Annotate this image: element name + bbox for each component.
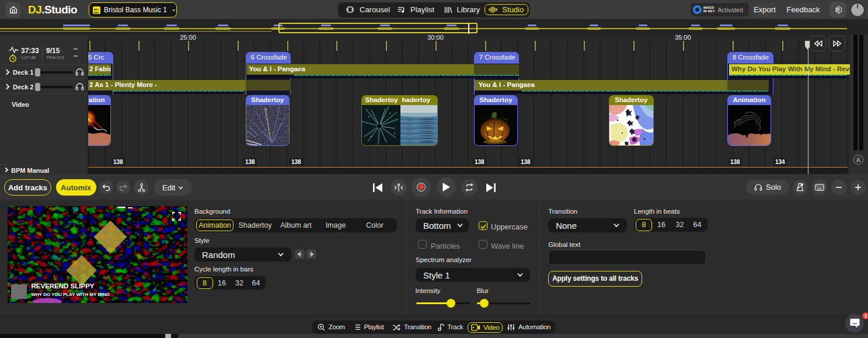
svg-text:WAV: WAV <box>94 11 99 13</box>
